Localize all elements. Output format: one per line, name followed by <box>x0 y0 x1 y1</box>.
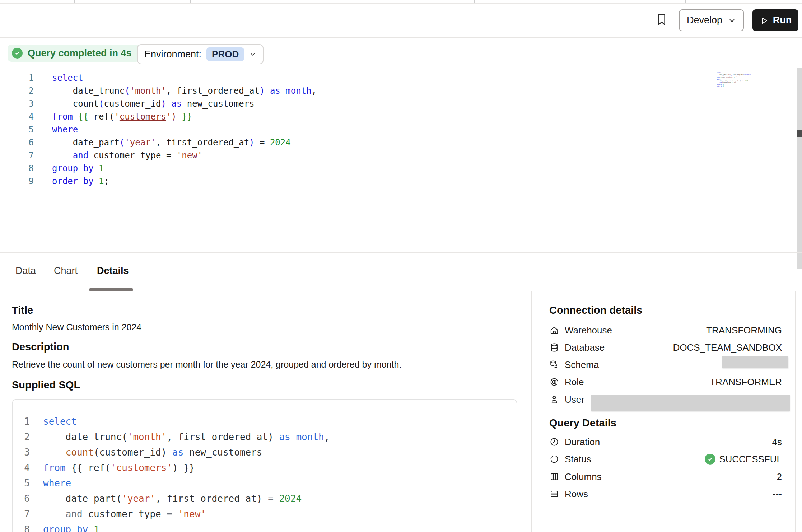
line-number: 9 <box>0 175 34 188</box>
code-token: customer_id <box>104 99 161 109</box>
code-token: date_part( <box>43 493 122 504</box>
code-token <box>88 524 94 532</box>
title-value: Monthly New Customers in 2024 <box>12 322 141 332</box>
code-token: }} <box>734 77 735 79</box>
ref-link[interactable]: customers <box>120 112 166 122</box>
query-row-duration: Duration 4s <box>549 433 782 451</box>
line-number: 4 <box>0 110 34 123</box>
status-success-icon <box>705 454 715 465</box>
bookmark-button[interactable] <box>653 11 670 29</box>
line-number: 1 <box>13 414 30 429</box>
code-token: customer_type = <box>88 150 177 160</box>
query-row-columns: Columns 2 <box>549 468 782 485</box>
code-token: order by <box>717 85 722 87</box>
code-line: 7 and customer_type = 'new' <box>0 149 802 162</box>
schema-label: Schema <box>565 359 599 370</box>
editor-minimap[interactable]: select date_trunc('month', first_ordered… <box>717 72 760 93</box>
code-token: 'customers' <box>111 462 172 473</box>
database-value: DOCS_TEAM_SANDBOX <box>673 342 782 353</box>
sql-editor[interactable]: 1select2 date_trunc('month', first_order… <box>0 71 802 188</box>
code-token: ref( <box>88 112 114 122</box>
line-number: 6 <box>0 136 34 149</box>
code-token <box>172 509 178 519</box>
status-value: SUCCESSFUL <box>719 454 782 465</box>
tab-data[interactable]: Data <box>13 265 38 277</box>
line-number: 8 <box>13 522 30 532</box>
duration-clock-icon <box>549 437 559 447</box>
code-token: new_customers <box>183 447 262 458</box>
code-token: 'year' <box>726 80 730 82</box>
run-button[interactable]: Run <box>752 9 798 31</box>
code-token: date_part <box>52 137 120 148</box>
query-row-rows: Rows --- <box>549 485 782 503</box>
code-token: select <box>52 73 83 83</box>
code-token: , first_ordered_at) <box>155 493 268 504</box>
code-token: from <box>52 112 73 122</box>
code-token: 1 <box>99 163 104 173</box>
database-label: Database <box>565 342 605 353</box>
top-divider <box>0 3 802 4</box>
code-token: , <box>751 74 751 75</box>
code-token: 2024 <box>279 493 302 504</box>
code-token <box>43 447 66 458</box>
code-token <box>43 509 66 519</box>
code-token: as <box>171 99 182 109</box>
develop-menu-button[interactable]: Develop <box>679 9 744 31</box>
code-token <box>717 82 720 84</box>
tab-chart[interactable]: Chart <box>52 265 80 277</box>
code-line: 4from {{ ref('customers') }} <box>0 110 802 123</box>
code-line: 3 count(customer_id) as new_customers <box>13 445 517 460</box>
code-token: customer_id <box>724 75 731 77</box>
line-number: 4 <box>13 460 30 476</box>
code-token <box>52 150 73 160</box>
code-token: ' <box>114 112 119 122</box>
code-token: 'month' <box>130 86 166 96</box>
details-side-panel: Connection details Warehouse TRANSFORMIN… <box>531 291 796 532</box>
database-icon <box>549 342 559 353</box>
editor-scrollbar-track[interactable] <box>797 68 802 269</box>
columns-icon <box>549 472 559 482</box>
tab-details[interactable]: Details <box>95 265 131 277</box>
user-icon <box>549 395 559 405</box>
code-token: date_trunc( <box>43 431 127 442</box>
schema-value-redacted <box>722 356 788 368</box>
code-token: select <box>717 72 721 74</box>
editor-scrollbar-thumb[interactable] <box>797 130 802 137</box>
code-token: ; <box>724 85 724 87</box>
code-line: 3 count(customer_id) as new_customers <box>0 97 802 110</box>
duration-value: 4s <box>772 437 782 448</box>
code-token: and <box>73 150 88 160</box>
code-token: from <box>43 462 66 473</box>
environment-value-pill: PROD <box>206 47 244 61</box>
code-token: ) }} <box>172 462 195 473</box>
code-token: count <box>52 99 99 109</box>
query-row-status: Status SUCCESSFUL <box>549 451 782 468</box>
columns-label: Columns <box>565 471 602 482</box>
chevron-down-icon <box>249 51 256 58</box>
code-token: 'new' <box>177 150 202 160</box>
code-token: from <box>717 77 720 79</box>
code-token: group by <box>52 163 94 173</box>
line-number: 8 <box>0 162 34 175</box>
code-line: 8group by 1 <box>13 522 517 532</box>
code-line: order by 1; <box>717 85 759 87</box>
tabs-top-divider <box>0 252 802 253</box>
code-token <box>94 163 99 173</box>
code-line: 6 date_part('year', first_ordered_at) = … <box>13 491 517 507</box>
connection-details-heading: Connection details <box>549 304 642 316</box>
code-token: 'month' <box>127 431 167 442</box>
code-token <box>177 112 182 122</box>
ref-link[interactable]: customers <box>726 77 732 79</box>
code-token: , first_ordered_at <box>166 86 260 96</box>
line-number: 7 <box>13 507 30 522</box>
query-status-text: Query completed in 4s <box>28 48 132 59</box>
code-token: ) <box>161 99 166 109</box>
code-token: {{ <box>78 112 88 122</box>
code-token <box>73 112 78 122</box>
code-line: 1select <box>13 414 517 429</box>
schema-icon <box>549 360 559 370</box>
query-details-heading: Query Details <box>549 417 616 429</box>
code-line: 4from {{ ref('customers') }} <box>13 460 517 476</box>
code-token: 2024 <box>745 80 748 82</box>
environment-selector[interactable]: Environment: PROD <box>137 44 264 64</box>
